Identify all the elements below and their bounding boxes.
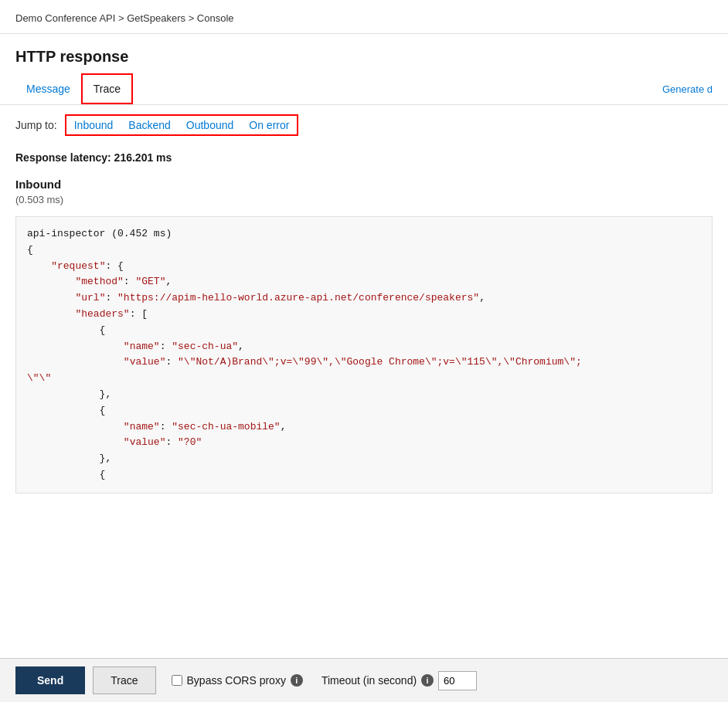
code-line-14: { bbox=[27, 467, 701, 483]
inbound-section-title: Inbound bbox=[0, 171, 728, 192]
tabs-row: Message Trace Generate d bbox=[0, 73, 728, 105]
code-line-0: { bbox=[27, 242, 701, 259]
code-line-10: { bbox=[27, 403, 701, 419]
code-line-4: "headers": [ bbox=[27, 307, 701, 323]
tab-trace[interactable]: Trace bbox=[81, 73, 133, 104]
code-line-5: { bbox=[27, 323, 701, 339]
code-line-12: "value": "?0" bbox=[27, 435, 701, 451]
code-line-8: \"\" bbox=[27, 371, 701, 387]
jump-row: Jump to: Inbound Backend Outbound On err… bbox=[0, 105, 728, 145]
breadcrumb: Demo Conference API > GetSpeakers > Cons… bbox=[0, 0, 728, 34]
page-title: HTTP response bbox=[0, 34, 728, 73]
code-line-6: "name": "sec-ch-ua", bbox=[27, 339, 701, 355]
code-line-9: }, bbox=[27, 387, 701, 403]
tab-message[interactable]: Message bbox=[15, 75, 81, 103]
code-line-1: "request": { bbox=[27, 259, 701, 275]
code-header: api-inspector (0.452 ms) bbox=[27, 226, 701, 242]
response-latency: Response latency: 216.201 ms bbox=[0, 145, 728, 171]
code-line-2: "method": "GET", bbox=[27, 274, 701, 290]
code-line-13: }, bbox=[27, 451, 701, 467]
generate-link[interactable]: Generate d bbox=[662, 83, 713, 95]
inbound-section-subtitle: (0.503 ms) bbox=[0, 192, 728, 212]
code-line-11: "name": "sec-ch-ua-mobile", bbox=[27, 419, 701, 436]
code-line-7: "value": "\"Not/A)Brand\";v=\"99\",\"Goo… bbox=[27, 354, 701, 371]
jump-inbound[interactable]: Inbound bbox=[71, 117, 117, 133]
jump-outbound[interactable]: Outbound bbox=[183, 117, 237, 133]
jump-onerror[interactable]: On error bbox=[246, 117, 292, 133]
code-block: api-inspector (0.452 ms) { "request": { … bbox=[15, 216, 713, 493]
jump-label: Jump to: bbox=[15, 119, 57, 131]
jump-backend[interactable]: Backend bbox=[125, 117, 173, 133]
jump-links-box: Inbound Backend Outbound On error bbox=[65, 114, 299, 136]
code-line-3: "url": "https://apim-hello-world.azure-a… bbox=[27, 290, 701, 307]
